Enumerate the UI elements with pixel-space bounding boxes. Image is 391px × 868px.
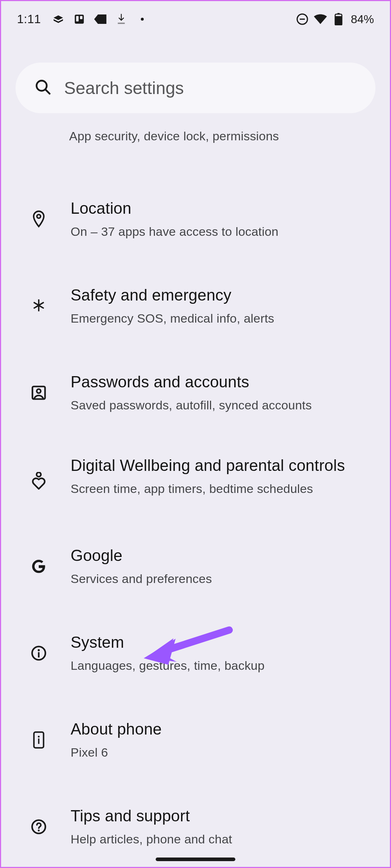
item-subtitle: Emergency SOS, medical info, alerts (71, 311, 375, 326)
svg-point-14 (37, 472, 41, 477)
status-bar: 1:11 (1, 1, 390, 37)
settings-item-location[interactable]: Location On – 37 apps have access to loc… (1, 183, 390, 255)
settings-item-google[interactable]: Google Services and preferences (1, 530, 390, 603)
tag-icon (94, 13, 107, 26)
item-subtitle: On – 37 apps have access to location (71, 224, 375, 239)
item-title: Location (71, 199, 375, 218)
partial-item-subtitle[interactable]: App security, device lock, permissions (69, 129, 390, 143)
svg-point-16 (38, 649, 40, 651)
svg-rect-3 (118, 23, 125, 24)
item-subtitle: Help articles, phone and chat (71, 832, 375, 847)
item-title: Digital Wellbeing and parental controls (71, 456, 375, 475)
help-circle-icon (26, 814, 51, 839)
location-pin-icon (26, 207, 51, 231)
svg-rect-20 (38, 739, 39, 744)
item-title: System (71, 633, 375, 652)
svg-rect-17 (38, 652, 39, 658)
wifi-icon (314, 13, 327, 26)
box-icon (52, 13, 65, 26)
download-icon (115, 13, 128, 26)
search-settings[interactable]: Search settings (16, 63, 375, 113)
settings-item-passwords-accounts[interactable]: Passwords and accounts Saved passwords, … (1, 357, 390, 429)
item-title: Passwords and accounts (71, 373, 375, 391)
dot-icon (136, 13, 149, 26)
phone-info-icon (26, 728, 51, 752)
svg-point-22 (38, 830, 39, 831)
item-title: Tips and support (71, 807, 375, 825)
screen: 1:11 (0, 0, 391, 868)
asterisk-icon (26, 294, 51, 318)
svg-point-13 (37, 389, 41, 393)
settings-item-tips-support[interactable]: Tips and support Help articles, phone an… (1, 791, 390, 863)
settings-item-system[interactable]: System Languages, gestures, time, backup (1, 617, 390, 689)
do-not-disturb-icon (296, 13, 309, 26)
settings-item-about-phone[interactable]: About phone Pixel 6 (1, 704, 390, 776)
trello-icon (73, 13, 86, 26)
svg-rect-1 (76, 16, 79, 21)
item-title: Safety and emergency (71, 286, 375, 305)
item-subtitle: Pixel 6 (71, 745, 375, 760)
search-icon (34, 78, 52, 97)
svg-rect-2 (80, 16, 83, 19)
svg-point-11 (37, 214, 41, 218)
item-subtitle: Screen time, app timers, bedtime schedul… (71, 481, 375, 496)
item-subtitle: Saved passwords, autofill, synced accoun… (71, 398, 375, 413)
info-circle-icon (26, 641, 51, 665)
svg-line-10 (46, 90, 50, 94)
svg-point-19 (38, 736, 40, 737)
battery-percent: 84% (351, 13, 374, 26)
settings-item-digital-wellbeing[interactable]: Digital Wellbeing and parental controls … (1, 443, 390, 516)
home-gesture-handle[interactable] (156, 858, 235, 861)
settings-item-safety[interactable]: Safety and emergency Emergency SOS, medi… (1, 270, 390, 342)
item-subtitle: Services and preferences (71, 571, 375, 586)
account-box-icon (26, 380, 51, 405)
google-g-icon (26, 554, 51, 579)
svg-rect-8 (335, 16, 342, 26)
status-time: 1:11 (17, 12, 41, 26)
battery-icon (332, 13, 345, 26)
item-title: Google (71, 546, 375, 565)
item-subtitle: Languages, gestures, time, backup (71, 658, 375, 673)
search-placeholder: Search settings (64, 78, 184, 98)
settings-list: Location On – 37 apps have access to loc… (1, 183, 390, 863)
wellbeing-heart-icon (26, 469, 51, 493)
item-title: About phone (71, 720, 375, 739)
